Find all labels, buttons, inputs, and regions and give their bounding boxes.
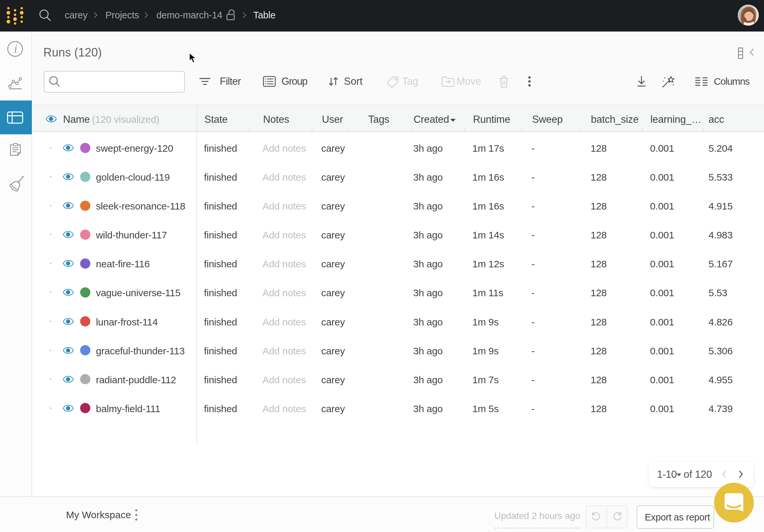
svg-text:i: i bbox=[14, 43, 17, 55]
